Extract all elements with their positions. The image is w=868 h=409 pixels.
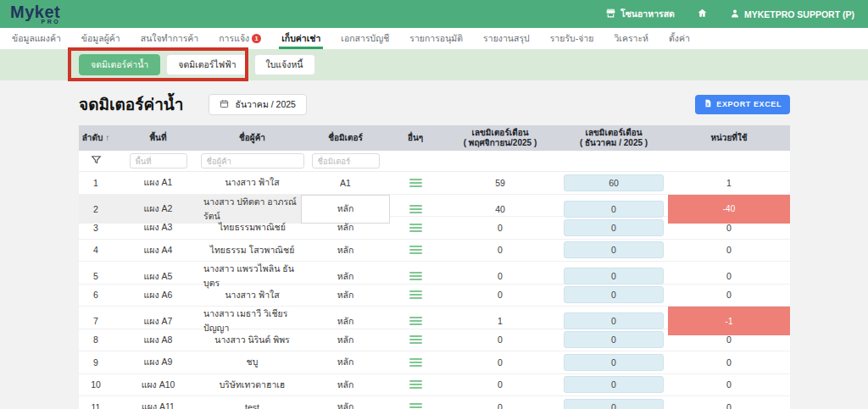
column-header-meter[interactable]: ชื่อมิเตอร์ <box>301 125 390 151</box>
nav-item[interactable]: เก็บค่าเช่า <box>281 28 320 49</box>
row-prev-value: 0 <box>441 240 559 262</box>
row-menu-button[interactable] <box>390 374 441 396</box>
row-area: แผง A4 <box>113 240 203 262</box>
row-no: 8 <box>79 329 113 351</box>
menu-lines-icon <box>409 380 422 389</box>
filter-meter-input[interactable] <box>312 153 380 169</box>
table-row: 11แผง A11testหลัก000 <box>79 396 790 409</box>
nav-item[interactable]: รายงานสรุป <box>483 28 530 49</box>
curr-meter-input[interactable]: 0 <box>564 219 664 236</box>
row-prev-value: 59 <box>441 172 559 194</box>
app-logo[interactable]: Myket PRO <box>10 3 60 25</box>
row-usage-value: 0 <box>668 217 790 239</box>
row-menu-button[interactable] <box>390 285 441 307</box>
nav-item[interactable]: ข้อมูลแผงค้า <box>12 28 61 49</box>
curr-meter-input[interactable]: 0 <box>564 331 664 348</box>
curr-meter-input[interactable]: 0 <box>564 241 664 258</box>
home-button[interactable] <box>697 8 708 20</box>
row-vendor: test <box>203 396 301 409</box>
curr-meter-input[interactable]: 0 <box>564 268 664 285</box>
menu-lines-icon <box>409 335 422 344</box>
column-header-no[interactable]: ลำดับ ↑ <box>79 125 113 151</box>
row-menu-button[interactable] <box>390 217 441 239</box>
column-header-usage[interactable]: หน่วยที่ใช้ <box>668 125 790 151</box>
table-row: 2แผง A2นางสาว ปทิตตา อาภรณ์รัตน์หลัก400-… <box>79 195 790 218</box>
nav-item[interactable]: รายการอนุมัติ <box>409 28 463 49</box>
table-filter-row <box>79 151 790 172</box>
nav-item[interactable]: เอกสารบัญชี <box>341 28 389 49</box>
home-icon <box>697 8 708 20</box>
curr-meter-input[interactable]: 0 <box>564 201 664 218</box>
row-usage-value: 0 <box>668 374 790 396</box>
filter-vendor-input[interactable] <box>201 153 304 169</box>
logo-text: Myket <box>10 3 60 20</box>
row-menu-button[interactable] <box>390 396 441 409</box>
row-menu-button[interactable] <box>390 172 441 194</box>
row-usage-value: 0 <box>668 396 790 409</box>
row-meter: A1 <box>301 172 390 194</box>
row-usage-value: 1 <box>668 172 790 194</box>
row-vendor: นางสาว ฟ้าใส <box>203 172 301 194</box>
nav-item[interactable]: วิเคราะห์ <box>614 28 648 49</box>
nav-item-label: ข้อมูลผู้ค้า <box>81 31 120 46</box>
export-excel-button[interactable]: EXPORT EXCEL <box>695 95 790 114</box>
column-header-curr-month[interactable]: เลขมิเตอร์เดือน ( ธันวาคม / 2025 ) <box>559 125 668 151</box>
month-picker[interactable]: ธันวาคม / 2025 <box>209 94 306 115</box>
curr-meter-input[interactable]: 0 <box>564 354 664 371</box>
person-icon <box>730 8 740 20</box>
row-no: 10 <box>79 374 113 396</box>
month-picker-value: ธันวาคม / 2025 <box>235 97 295 112</box>
table-row: 3แผง A3ไทยธรรมพาณิชย์หลัก000 <box>79 217 790 240</box>
curr-meter-input[interactable]: 60 <box>564 174 664 191</box>
row-vendor: ไทยธรรม โสวพาณิชย์ <box>203 240 301 262</box>
row-no: 4 <box>79 240 113 262</box>
row-no: 9 <box>79 351 113 373</box>
filter-area-input[interactable] <box>130 153 187 169</box>
menu-lines-icon <box>409 246 422 254</box>
user-menu[interactable]: MYKETPRO SUPPORT (P) <box>730 8 854 20</box>
row-prev-value: 0 <box>441 285 559 307</box>
filter-funnel-icon <box>91 153 102 169</box>
curr-meter-input[interactable]: 0 <box>564 312 664 329</box>
row-curr-cell: 0 <box>559 329 668 351</box>
row-vendor: นางสาว นิรินด์ พิพร <box>203 329 301 351</box>
table-row: 7แผง A7นางสาว เมธาวี วิเชียรปัญญาหลัก10-… <box>79 307 790 329</box>
row-vendor: ไทยธรรมพาณิชย์ <box>203 217 301 239</box>
table-header-row: ลำดับ ↑ พื้นที่ ชื่อผู้ค้า ชื่อมิเตอร์ อ… <box>79 125 790 151</box>
nav-item[interactable]: ข้อมูลผู้ค้า <box>81 28 120 49</box>
nav-item[interactable]: ตั้งค่า <box>669 28 690 49</box>
table-row: 6แผง A6นางสาว ฟ้าใสหลัก000 <box>79 285 790 307</box>
nav-item-label: ตั้งค่า <box>669 31 690 46</box>
row-area: แผง A11 <box>113 396 203 409</box>
curr-meter-input[interactable]: 0 <box>564 286 664 303</box>
column-header-prev-month[interactable]: เลขมิเตอร์เดือน ( พฤศจิกายน/2025 ) <box>441 125 559 151</box>
curr-meter-input[interactable]: 0 <box>564 399 664 409</box>
subtab[interactable]: ใบแจ้งหนี้ <box>254 54 315 75</box>
nav-item[interactable]: การแจ้ง1 <box>219 28 261 49</box>
sort-asc-icon: ↑ <box>105 133 109 144</box>
curr-meter-input[interactable]: 0 <box>564 376 664 393</box>
page-title: จดมิเตอร์ค่าน้ำ <box>79 91 183 117</box>
subtab[interactable]: จดมิเตอร์ค่าน้ำ <box>79 54 160 75</box>
column-header-area[interactable]: พื้นที่ <box>113 125 203 151</box>
table-row: 9แผง A9ชบูหลัก000 <box>79 351 790 374</box>
row-no: 3 <box>79 217 113 239</box>
user-label: MYKETPRO SUPPORT (P) <box>744 9 854 19</box>
row-menu-button[interactable] <box>390 329 441 351</box>
nav-item[interactable]: รายรับ-จ่าย <box>550 28 594 49</box>
column-header-vendor[interactable]: ชื่อผู้ค้า <box>203 125 301 151</box>
row-curr-cell: 0 <box>559 351 668 373</box>
row-menu-button[interactable] <box>390 240 441 262</box>
nav-item[interactable]: สนใจทำการค้า <box>141 28 199 49</box>
row-curr-cell: 0 <box>559 285 668 307</box>
row-meter: หลัก <box>301 396 390 409</box>
row-meter: หลัก <box>301 351 390 373</box>
row-curr-cell: 0 <box>559 217 668 239</box>
excel-file-icon <box>704 98 712 110</box>
row-menu-button[interactable] <box>390 351 441 373</box>
zone-selector[interactable]: โซนอาหารสด <box>605 7 675 21</box>
filter-button[interactable] <box>79 153 113 169</box>
subtab[interactable]: จดมิเตอร์ไฟฟ้า <box>166 54 248 75</box>
column-header-other[interactable]: อื่นๆ <box>390 125 441 151</box>
notification-badge: 1 <box>252 34 261 43</box>
